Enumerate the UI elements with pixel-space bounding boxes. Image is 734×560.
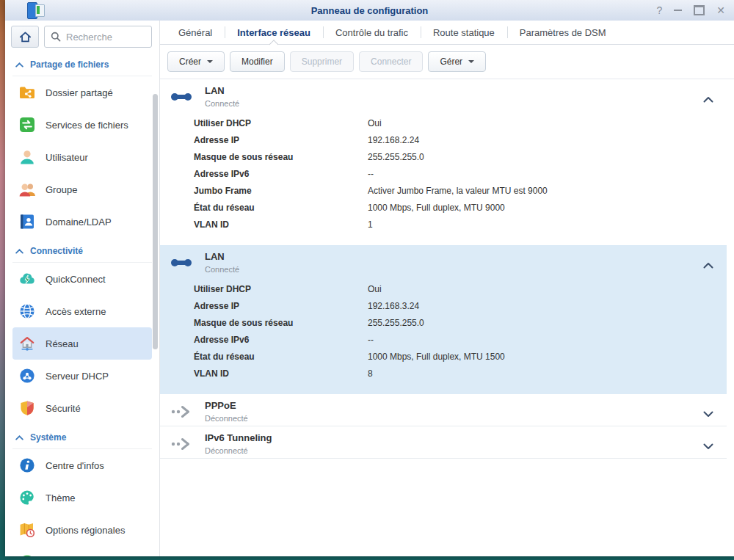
home-icon xyxy=(18,30,32,44)
sidebar-item-label: Accès externe xyxy=(46,306,106,317)
sidebar-scrollbar[interactable] xyxy=(153,94,158,349)
interface-header[interactable]: LAN Connecté xyxy=(160,79,727,111)
tab-general[interactable]: Général xyxy=(166,21,225,44)
tab-controle-trafic[interactable]: Contrôle du trafic xyxy=(323,21,421,44)
titlebar: Panneau de configuration ? ✕ xyxy=(5,0,734,21)
sidebar-item-utilisateur[interactable]: Utilisateur xyxy=(12,141,152,173)
field-row: Utiliser DHCPOui xyxy=(194,281,716,298)
home-button[interactable] xyxy=(11,26,39,48)
tab-interface-reseau[interactable]: Interface réseau xyxy=(225,21,323,44)
expand-chevron-down-icon[interactable] xyxy=(703,407,713,421)
close-icon[interactable]: ✕ xyxy=(716,5,725,15)
sidebar-item-options-regionales[interactable]: Options régionales xyxy=(12,514,152,546)
sidebar-item-theme[interactable]: Thème xyxy=(12,481,152,514)
field-row: État du réseau1000 Mbps, Full duplex, MT… xyxy=(194,200,716,217)
collapse-chevron-up-icon[interactable] xyxy=(703,92,713,106)
field-row: Adresse IP192.168.2.24 xyxy=(194,132,716,149)
user-icon xyxy=(18,148,36,166)
connected-link-icon xyxy=(169,91,194,103)
disconnected-link-icon xyxy=(169,405,194,418)
sidebar-item-label: Thème xyxy=(46,492,75,503)
quickconnect-cloud-icon xyxy=(18,270,36,288)
chat-bubble-icon xyxy=(18,553,36,556)
interface-name: LAN xyxy=(205,85,239,96)
chevron-up-icon xyxy=(15,435,23,440)
collapse-chevron-up-icon[interactable] xyxy=(703,258,713,272)
window-title: Panneau de configuration xyxy=(311,5,429,16)
interface-name: IPv6 Tunneling xyxy=(205,432,272,443)
group-icon xyxy=(18,181,36,198)
interface-name: LAN xyxy=(205,251,239,262)
search-box xyxy=(44,26,152,48)
sidebar: Partage de fichiers Dossier partagé Serv… xyxy=(5,21,160,556)
sidebar-item-label: Réseau xyxy=(46,338,79,349)
field-row: État du réseau1000 Mbps, Full duplex, MT… xyxy=(194,349,716,366)
field-row: Adresse IPv6-- xyxy=(194,332,716,349)
sidebar-item-quickconnect[interactable]: QuickConnect xyxy=(12,263,152,295)
field-row: VLAN ID1 xyxy=(194,217,716,233)
field-row: Utiliser DHCPOui xyxy=(194,115,716,132)
sidebar-item-label: Groupe xyxy=(46,184,77,195)
sidebar-item-dossier-partage[interactable]: Dossier partagé xyxy=(12,76,152,109)
sidebar-section-systeme[interactable]: Système xyxy=(12,424,152,449)
help-icon[interactable]: ? xyxy=(656,5,662,15)
sidebar-item-acces-externe[interactable]: Accès externe xyxy=(12,295,152,327)
create-button[interactable]: Créer xyxy=(167,51,225,72)
control-panel-window: Panneau de configuration ? ✕ xyxy=(5,0,734,556)
map-clock-icon xyxy=(18,521,36,539)
sidebar-item-serveur-dhcp[interactable]: Serveur DHCP xyxy=(12,360,152,392)
dhcp-server-icon xyxy=(18,367,36,385)
sidebar-item-label: Domaine/LDAP xyxy=(46,217,112,228)
sidebar-item-label: Services de fichiers xyxy=(46,120,128,131)
sidebar-item-groupe[interactable]: Groupe xyxy=(12,173,152,206)
sidebar-section-partage[interactable]: Partage de fichiers xyxy=(12,51,152,76)
field-row: Jumbo FrameActiver Jumbo Frame, la valeu… xyxy=(194,183,716,200)
sidebar-item-label: Serveur DHCP xyxy=(46,371,109,382)
delete-button[interactable]: Supprimer xyxy=(290,51,354,72)
dropdown-caret-icon xyxy=(468,60,474,63)
interface-details: Utiliser DHCPOui Adresse IP192.168.2.24 … xyxy=(160,111,727,245)
domain-ldap-icon xyxy=(18,213,36,230)
modify-button[interactable]: Modifier xyxy=(230,51,285,72)
dropdown-caret-icon xyxy=(207,60,213,63)
sidebar-item-notification[interactable]: Notification xyxy=(12,546,152,556)
minimize-icon[interactable] xyxy=(674,10,682,11)
sidebar-item-domaine-ldap[interactable]: Domaine/LDAP xyxy=(12,206,152,238)
sidebar-item-reseau[interactable]: Réseau xyxy=(12,327,152,360)
field-row: Masque de sous réseau255.255.255.0 xyxy=(194,149,716,166)
tab-parametres-dsm[interactable]: Paramètres de DSM xyxy=(507,21,619,44)
sidebar-section-connectivite[interactable]: Connectivité xyxy=(12,238,152,263)
sidebar-item-centre-infos[interactable]: Centre d'infos xyxy=(12,449,152,481)
interface-header[interactable]: PPPoE Déconnecté xyxy=(160,394,727,426)
interface-status: Déconnecté xyxy=(205,414,248,423)
palette-icon xyxy=(18,489,36,506)
main-panel: Général Interface réseau Contrôle du tra… xyxy=(160,21,734,556)
maximize-icon[interactable] xyxy=(694,5,705,15)
file-services-icon xyxy=(18,116,36,134)
interface-section-lan2: LAN Connecté Utiliser DHCPOui Adresse IP… xyxy=(160,245,727,394)
connect-button[interactable]: Connecter xyxy=(359,51,423,72)
sidebar-item-label: Options régionales xyxy=(46,525,125,536)
tab-route-statique[interactable]: Route statique xyxy=(421,21,507,44)
shared-folder-icon xyxy=(18,84,36,101)
interface-section-ipv6-tunneling: IPv6 Tunneling Déconnecté xyxy=(160,426,727,459)
chevron-up-icon xyxy=(15,249,23,254)
interface-header[interactable]: LAN Connecté xyxy=(160,245,727,277)
sidebar-item-securite[interactable]: Sécurité xyxy=(12,392,152,424)
interface-status: Connecté xyxy=(205,265,239,274)
sidebar-item-label: QuickConnect xyxy=(46,274,106,285)
expand-chevron-down-icon[interactable] xyxy=(703,440,713,453)
sidebar-item-label: Centre d'infos xyxy=(46,460,104,471)
sidebar-item-label: Sécurité xyxy=(46,403,81,414)
field-row: VLAN ID8 xyxy=(194,366,716,382)
interface-header[interactable]: IPv6 Tunneling Déconnecté xyxy=(160,426,727,458)
disconnected-link-icon xyxy=(169,437,194,451)
sidebar-item-services-fichiers[interactable]: Services de fichiers xyxy=(12,109,152,141)
globe-icon xyxy=(18,302,36,320)
interface-section-pppoe: PPPoE Déconnecté xyxy=(160,394,727,426)
manage-button[interactable]: Gérer xyxy=(428,51,486,72)
info-icon xyxy=(18,457,36,474)
interface-list: LAN Connecté Utiliser DHCPOui Adresse IP… xyxy=(160,79,734,556)
interface-status: Connecté xyxy=(205,99,239,108)
toolbar: Créer Modifier Supprimer Connecter Gérer xyxy=(160,45,734,79)
